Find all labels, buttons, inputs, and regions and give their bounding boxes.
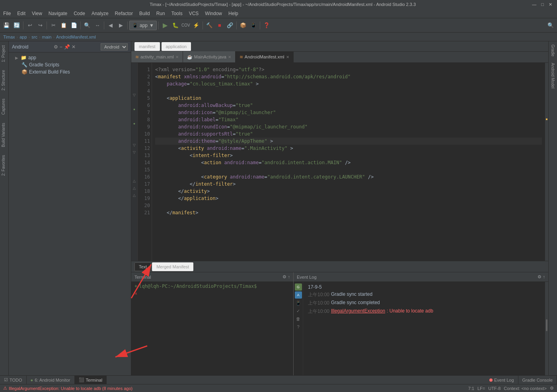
redo-button[interactable]: ↪ <box>35 21 45 30</box>
forward-button[interactable]: ▶ <box>116 21 126 30</box>
breadcrumb-project[interactable]: Timax <box>3 35 15 39</box>
left-tab-structure[interactable]: 2: Structure <box>0 66 8 95</box>
event-log-settings-icon[interactable]: ⚙ <box>538 274 541 279</box>
help-button[interactable]: ❓ <box>262 21 271 30</box>
tree-item-external[interactable]: 📦 External Build Files <box>9 68 131 76</box>
attach-button[interactable]: 🔗 <box>225 21 235 30</box>
event-log-check-icon[interactable]: ✓ <box>295 307 302 314</box>
breadcrumb-file[interactable]: AndroidManifest.xml <box>56 35 96 39</box>
tab-mainactivity[interactable]: ☕ MainActivity.java ✕ <box>183 51 236 62</box>
sidebar-close-icon[interactable]: ✕ <box>72 44 76 50</box>
gutter-fold-12[interactable]: ▽ <box>131 142 137 149</box>
manifest-tab-text[interactable]: Text <box>134 262 151 271</box>
tab-androidmanifest[interactable]: ≋ AndroidManifest.xml ✕ <box>236 51 294 62</box>
tree-item-gradle[interactable]: 🔧 Gradle Scripts <box>9 61 131 68</box>
tree-item-app[interactable]: ▶ 📁 app <box>9 54 131 61</box>
event-log-android-icon[interactable]: A <box>295 291 302 299</box>
menu-build[interactable]: Build <box>136 9 153 18</box>
terminal-settings-icon[interactable]: ⚙ <box>282 274 286 279</box>
event-log-error-link[interactable]: IllegalArgumentException <box>331 308 385 314</box>
event-log-help-icon[interactable]: ? <box>295 323 302 330</box>
bottom-tab-terminal[interactable]: ⬛ Terminal <box>75 376 107 384</box>
replace-button[interactable]: ↔ <box>93 21 102 30</box>
search-everywhere-button[interactable]: 🔍 <box>546 21 555 30</box>
manifest-tab-application[interactable]: application <box>162 42 191 51</box>
menu-tools[interactable]: Tools <box>168 9 186 18</box>
save-all-button[interactable]: 💾 <box>2 21 11 30</box>
breadcrumb-app[interactable]: app <box>19 35 27 39</box>
coverage-button[interactable]: COV <box>181 21 191 30</box>
build-button[interactable]: 🔨 <box>204 21 214 30</box>
manifest-tab-manifest[interactable]: manifest <box>134 42 160 51</box>
copy-button[interactable]: 📋 <box>59 21 68 30</box>
menu-view[interactable]: View <box>29 9 45 18</box>
gutter-fold-5[interactable]: ▽ <box>131 91 137 99</box>
sidebar-settings-icon[interactable]: ⚙ <box>54 44 58 50</box>
terminal-body[interactable]: + ✕ lqh@lqh-PC:~/AndroidStudioProjects/T… <box>131 282 293 375</box>
left-tab-build-variants[interactable]: Build Variants <box>0 119 8 151</box>
right-tab-gradle[interactable]: Gradle <box>550 41 556 60</box>
maximize-button[interactable]: □ <box>539 2 545 7</box>
avd-button[interactable]: 📱 <box>249 21 258 30</box>
find-button[interactable]: 🔍 <box>82 21 92 30</box>
menu-run[interactable]: Run <box>153 9 168 18</box>
android-view-dropdown[interactable]: Android <box>101 43 128 50</box>
undo-button[interactable]: ↩ <box>25 21 35 30</box>
event-log-gradle-icon[interactable]: G <box>295 283 302 291</box>
left-tab-project[interactable]: 1: Project <box>0 41 8 66</box>
menu-analyze[interactable]: Analyze <box>88 9 112 18</box>
menu-vcs[interactable]: VCS <box>186 9 202 18</box>
menu-navigate[interactable]: Navigate <box>45 9 70 18</box>
minimize-button[interactable]: — <box>530 2 538 7</box>
menu-window[interactable]: Window <box>202 9 225 18</box>
bottom-tab-gradle-console[interactable]: Gradle Console <box>518 376 557 384</box>
event-log-delete-icon[interactable]: 🗑 <box>295 315 302 322</box>
bottom-tab-todo[interactable]: ☑ TODO <box>0 376 27 384</box>
terminal-close-button[interactable]: ✕ <box>134 291 137 296</box>
bottom-tab-event-log[interactable]: Event Log <box>485 376 518 384</box>
manifest-tab-merged[interactable]: Merged Manifest <box>152 262 193 271</box>
debug-button[interactable]: 🐛 <box>171 21 180 30</box>
menu-file[interactable]: File <box>0 9 14 18</box>
menu-refactor[interactable]: Refactor <box>112 9 136 18</box>
left-tab-captures[interactable]: Captures <box>0 95 8 119</box>
gutter-fold-13[interactable]: ▽ <box>131 149 137 156</box>
cut-button[interactable]: ✂ <box>49 21 58 30</box>
terminal-add-button[interactable]: + <box>134 283 137 289</box>
sidebar-collapse-icon[interactable]: − <box>60 44 62 50</box>
tab-mainactivity-close[interactable]: ✕ <box>228 55 231 59</box>
event-log-maximize-icon[interactable]: ↑ <box>543 274 545 279</box>
stop-button[interactable]: ■ <box>215 21 224 30</box>
back-button[interactable]: ◀ <box>106 21 115 30</box>
event-log-device-icon[interactable]: 📱 <box>295 299 302 307</box>
menu-help[interactable]: Help <box>225 9 241 18</box>
gutter-fold-17[interactable]: △ <box>131 177 137 184</box>
status-error-text[interactable]: ⚠ IllegalArgumentException: Unable to lo… <box>3 386 132 391</box>
close-button[interactable]: ✕ <box>547 2 554 7</box>
menu-edit[interactable]: Edit <box>14 9 29 18</box>
right-tab-android-model[interactable]: Android Model <box>550 60 556 91</box>
code-line-12: <activity android:name=".MainActivity" > <box>155 145 542 152</box>
event-log-title: Event Log <box>297 275 317 279</box>
profile-button[interactable]: ⚡ <box>191 21 201 30</box>
breadcrumb-main[interactable]: main <box>42 35 52 39</box>
run-button[interactable]: ▶ <box>160 21 170 30</box>
tab-androidmanifest-close[interactable]: ✕ <box>286 55 289 59</box>
event-log-scrollbar[interactable] <box>545 282 548 375</box>
status-inspect-icon[interactable]: ⚙ <box>550 386 554 391</box>
bottom-tab-android-monitor[interactable]: ● 6: Android Monitor <box>27 376 75 384</box>
left-tab-favorites[interactable]: 2: Favorites <box>0 151 8 180</box>
sync-button[interactable]: 🔄 <box>12 21 21 30</box>
gutter-fold-18[interactable]: △ <box>131 184 137 192</box>
menu-code[interactable]: Code <box>70 9 88 18</box>
paste-button[interactable]: 📄 <box>69 21 79 30</box>
terminal-maximize-icon[interactable]: ↑ <box>288 274 290 279</box>
code-editor[interactable]: <?xml version="1.0" encoding="utf-8"?> <… <box>152 63 545 261</box>
sdk-button[interactable]: 📦 <box>238 21 248 30</box>
sidebar-pin-icon[interactable]: 📌 <box>64 44 70 50</box>
gutter-fold-19[interactable]: △ <box>131 192 137 199</box>
app-dropdown[interactable]: 📱 app ▼ <box>129 21 157 30</box>
tab-activity-main[interactable]: ≋ activity_main.xml ✕ <box>131 51 183 62</box>
breadcrumb-src[interactable]: src <box>31 35 37 39</box>
tab-activity-main-close[interactable]: ✕ <box>175 55 179 59</box>
